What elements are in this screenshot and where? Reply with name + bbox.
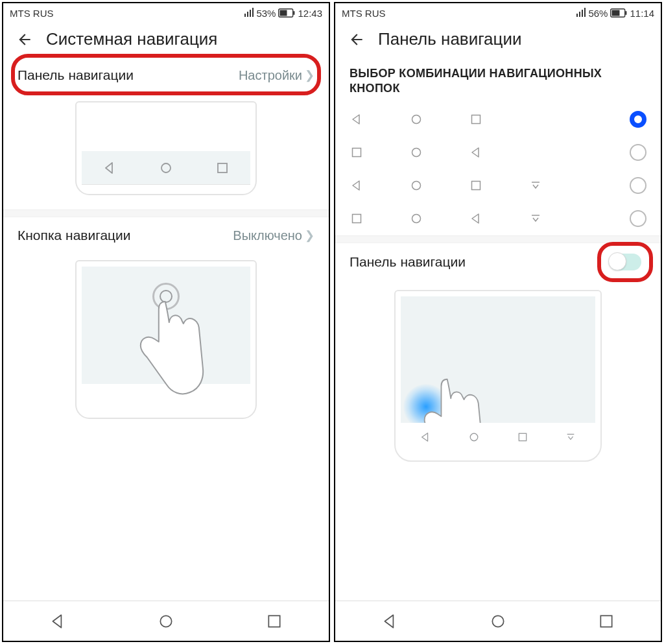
divider (335, 235, 661, 243)
home-circle-icon (409, 178, 423, 193)
preview-screen (82, 267, 250, 384)
dropdown-icon (565, 432, 576, 442)
svg-rect-8 (612, 10, 620, 16)
svg-rect-9 (626, 11, 627, 15)
nav-home-icon[interactable] (158, 613, 174, 630)
svg-rect-17 (353, 214, 361, 222)
svg-point-18 (412, 214, 421, 222)
row-label: Кнопка навигации (18, 228, 131, 243)
phone-left: MTS RUS 53% 12:43 Системная навигация Па… (2, 2, 330, 642)
svg-rect-11 (472, 115, 480, 123)
row-nav-panel[interactable]: Панель навигации Настройки ❯ (3, 57, 329, 93)
svg-rect-24 (601, 615, 612, 626)
svg-rect-21 (519, 433, 526, 440)
recent-square-icon (350, 211, 364, 226)
nav-layout-option-1[interactable] (335, 103, 661, 136)
recent-square-icon (215, 161, 230, 175)
battery-percent: 53% (256, 8, 276, 19)
preview-screen (401, 296, 595, 423)
row-value-text: Выключено (233, 228, 302, 243)
header: Системная навигация (3, 23, 329, 57)
layout-icons (350, 178, 630, 193)
row-value: Выключено ❯ (233, 228, 314, 243)
back-triangle-icon (350, 178, 364, 193)
dropdown-icon (528, 178, 543, 193)
svg-point-13 (412, 148, 421, 156)
home-circle-icon (469, 432, 479, 442)
recent-square-icon (469, 112, 483, 126)
home-circle-icon (409, 112, 423, 126)
clock: 11:14 (630, 8, 654, 19)
battery-percent: 56% (588, 8, 608, 19)
home-circle-icon (159, 161, 173, 175)
nav-recent-icon[interactable] (266, 613, 283, 630)
back-icon[interactable] (348, 31, 365, 48)
battery-icon (610, 8, 627, 18)
nav-back-icon[interactable] (381, 613, 398, 630)
svg-point-10 (412, 115, 421, 123)
preview-navbar (82, 151, 250, 185)
home-circle-icon (409, 211, 423, 226)
dropdown-icon (528, 211, 543, 226)
status-bar: MTS RUS 56% 11:14 (335, 3, 661, 23)
page-title: Системная навигация (46, 29, 217, 49)
svg-point-14 (412, 181, 421, 189)
svg-rect-2 (294, 11, 295, 15)
page-title: Панель навигации (378, 29, 522, 49)
radio-unselected[interactable] (630, 177, 646, 194)
status-right: 53% 12:43 (243, 8, 322, 19)
layout-icons (350, 211, 630, 226)
svg-rect-4 (218, 163, 227, 173)
back-triangle-icon (469, 211, 483, 226)
preview-navbar (401, 423, 595, 451)
navbar-hide-preview (394, 290, 602, 462)
back-triangle-icon (420, 432, 431, 442)
row-nav-button[interactable]: Кнопка навигации Выключено ❯ (3, 217, 329, 254)
system-navbar (3, 601, 329, 641)
navbutton-preview (75, 260, 257, 419)
carrier-label: MTS RUS (10, 8, 54, 19)
home-circle-icon (409, 145, 423, 160)
row-label: Панель навигации (18, 67, 134, 83)
signal-icon (243, 8, 254, 19)
nav-layout-option-3[interactable] (335, 169, 661, 202)
svg-rect-1 (280, 10, 287, 16)
radio-selected[interactable] (630, 111, 646, 128)
divider (3, 209, 329, 217)
phone-right: MTS RUS 56% 11:14 Панель навигации ВЫБОР… (334, 2, 662, 642)
row-nav-panel-toggle[interactable]: Панель навигации (335, 243, 661, 281)
nav-home-icon[interactable] (490, 613, 506, 630)
toggle-switch[interactable] (609, 254, 641, 270)
radio-unselected[interactable] (630, 210, 646, 227)
svg-point-5 (160, 615, 171, 626)
hand-icon (129, 295, 213, 405)
system-navbar (335, 601, 661, 641)
radio-unselected[interactable] (630, 144, 646, 161)
section-heading: ВЫБОР КОМБИНАЦИИ НАВИГАЦИОННЫХ КНОПОК (335, 57, 661, 103)
recent-square-icon (350, 145, 364, 160)
chevron-right-icon: ❯ (305, 228, 314, 243)
row-value: Настройки ❯ (239, 68, 314, 83)
recent-square-icon (469, 178, 483, 193)
row-label: Панель навигации (350, 254, 466, 270)
layout-icons (350, 112, 630, 126)
battery-icon (278, 8, 295, 18)
nav-back-icon[interactable] (49, 613, 66, 630)
nav-recent-icon[interactable] (598, 613, 615, 630)
svg-rect-6 (269, 615, 280, 626)
layout-icons (350, 145, 630, 160)
nav-layout-option-4[interactable] (335, 202, 661, 235)
back-icon[interactable] (16, 31, 33, 48)
row-value-text: Настройки (239, 68, 302, 83)
svg-rect-15 (472, 181, 480, 189)
back-triangle-icon (102, 161, 117, 175)
svg-rect-12 (353, 148, 361, 156)
chevron-right-icon: ❯ (305, 68, 314, 82)
clock: 12:43 (298, 8, 322, 19)
hand-icon (414, 372, 492, 423)
status-right: 56% 11:14 (575, 8, 654, 19)
nav-layout-option-2[interactable] (335, 136, 661, 169)
back-triangle-icon (350, 112, 364, 126)
header: Панель навигации (335, 23, 661, 57)
svg-point-20 (470, 433, 478, 441)
